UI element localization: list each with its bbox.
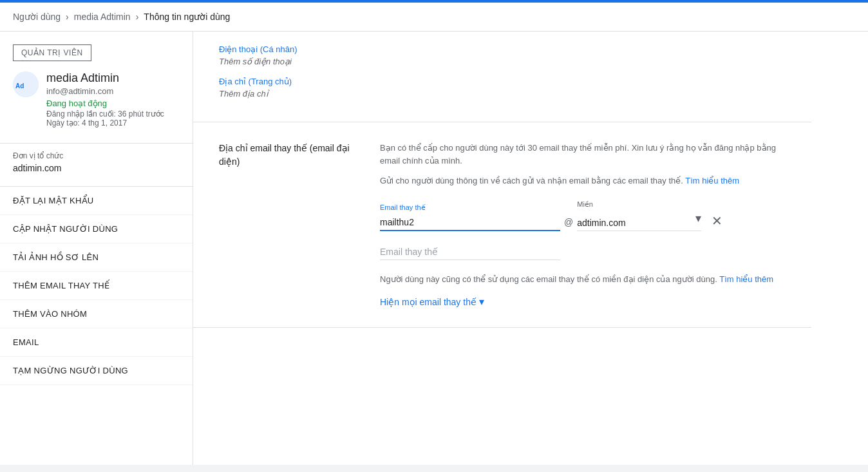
- email-alias-empty-input[interactable]: [380, 244, 560, 260]
- domain-learn-more-link[interactable]: Tìm hiểu thêm: [719, 274, 773, 284]
- sidebar-item-reset-password[interactable]: ĐẶT LẠI MẬT KHẨU: [0, 187, 193, 215]
- content-inner: Điện thoại (Cá nhân) Thêm số điện thoại …: [193, 32, 811, 328]
- alias-section: Địa chỉ email thay thế (email đại diện) …: [193, 122, 811, 328]
- sidebar-item-add-email[interactable]: THÊM EMAIL THAY THẾ: [0, 272, 193, 300]
- phone-group: Điện thoại (Cá nhân) Thêm số điện thoại: [219, 44, 786, 66]
- address-group: Địa chỉ (Trang chủ) Thêm địa chỉ: [219, 77, 786, 99]
- chevron-down-icon: ▾: [479, 296, 484, 308]
- domain-users-note: Người dùng này cũng có thể sử dụng các e…: [380, 273, 786, 286]
- user-name: media Adtimin: [46, 71, 164, 85]
- domain-input-group: Miền adtimin.com ▾: [577, 200, 701, 231]
- breadcrumb: Người dùng › media Adtimin › Thông tin n…: [0, 3, 868, 32]
- sidebar-item-suspend-user[interactable]: TẠM NGỪNG NGƯỜI DÙNG: [0, 357, 193, 385]
- user-email: info@adtimin.com: [46, 86, 164, 96]
- domain-label: Miền: [577, 200, 701, 209]
- main-layout: QUẢN TRỊ VIÊN Ad media Adtimin info@adti…: [0, 32, 868, 465]
- sidebar-item-upload-photo[interactable]: TẢI ẢNH HỒ SƠ LÊN: [0, 243, 193, 272]
- sidebar-nav: ĐẶT LẠI MẬT KHẨU CẬP NHẬT NGƯỜI DÙNG TẢI…: [0, 186, 193, 385]
- alias-left: Địa chỉ email thay thế (email đại diện): [219, 142, 361, 308]
- org-name: adtimin.com: [13, 163, 180, 173]
- alias-description-2-text: Gửi cho người dùng thông tin về cách gửi…: [380, 176, 683, 185]
- org-label: Đơn vị tổ chức: [13, 151, 180, 160]
- alias-right: Bạn có thể cấp cho người dùng này tới 30…: [380, 142, 786, 308]
- email-input-row-2: [380, 244, 786, 273]
- avatar: Ad: [13, 71, 39, 97]
- phone-label: Điện thoại (Cá nhân): [219, 44, 786, 54]
- at-symbol: @: [560, 217, 577, 231]
- sidebar-item-add-group[interactable]: THÊM VÀO NHÓM: [0, 300, 193, 328]
- show-all-aliases-button[interactable]: Hiện mọi email thay thế ▾: [380, 296, 786, 308]
- breadcrumb-separator-1: ›: [66, 12, 69, 22]
- user-details: media Adtimin info@adtimin.com Đang hoạt…: [46, 71, 164, 127]
- email-input-label: Email thay thế: [380, 203, 560, 212]
- user-status: Đang hoạt động: [46, 99, 164, 108]
- email-text-input[interactable]: [380, 214, 560, 231]
- sidebar: QUẢN TRỊ VIÊN Ad media Adtimin info@adti…: [0, 32, 193, 465]
- avatar-image: Ad: [13, 71, 39, 97]
- admin-badge: QUẢN TRỊ VIÊN: [13, 44, 91, 61]
- domain-select-wrapper: adtimin.com ▾: [577, 211, 701, 231]
- domain-select[interactable]: adtimin.com: [577, 218, 706, 228]
- alias-section-title: Địa chỉ email thay thế (email đại diện): [219, 142, 361, 169]
- remove-alias-button[interactable]: ✕: [709, 213, 725, 229]
- phone-address-section: Điện thoại (Cá nhân) Thêm số điện thoại …: [193, 32, 811, 122]
- breadcrumb-users[interactable]: Người dùng: [13, 12, 61, 22]
- domain-users-note-text: Người dùng này cũng có thể sử dụng các e…: [380, 274, 717, 284]
- sidebar-item-update-user[interactable]: CẬP NHẬT NGƯỜI DÙNG: [0, 215, 193, 243]
- sidebar-item-email[interactable]: EMAIL: [0, 328, 193, 357]
- address-value[interactable]: Thêm địa chỉ: [219, 89, 786, 99]
- alias-learn-more-link[interactable]: Tìm hiểu thêm: [685, 176, 739, 185]
- created-date: Ngày tạo: 4 thg 1, 2017: [46, 118, 164, 127]
- user-info: Ad media Adtimin info@adtimin.com Đang h…: [0, 71, 193, 138]
- email-input-row-1: Email thay thế @ Miền adtimin.com ▾: [380, 200, 786, 231]
- show-all-label: Hiện mọi email thay thế: [380, 297, 476, 307]
- alias-description-1: Bạn có thể cấp cho người dùng này tới 30…: [380, 142, 786, 167]
- breadcrumb-separator-2: ›: [136, 12, 139, 22]
- address-label: Địa chỉ (Trang chủ): [219, 77, 786, 86]
- last-login: Đăng nhập lần cuối: 36 phút trước: [46, 109, 164, 118]
- breadcrumb-current: Thông tin người dùng: [144, 12, 230, 22]
- org-section: Đơn vị tổ chức adtimin.com: [0, 143, 193, 181]
- svg-text:Ad: Ad: [15, 82, 24, 90]
- phone-value[interactable]: Thêm số điện thoại: [219, 57, 786, 66]
- email-input-group: Email thay thế: [380, 203, 560, 231]
- alias-description-2: Gửi cho người dùng thông tin về cách gửi…: [380, 175, 786, 187]
- breadcrumb-media-adtimin[interactable]: media Adtimin: [74, 12, 131, 22]
- main-content: Điện thoại (Cá nhân) Thêm số điện thoại …: [193, 32, 868, 465]
